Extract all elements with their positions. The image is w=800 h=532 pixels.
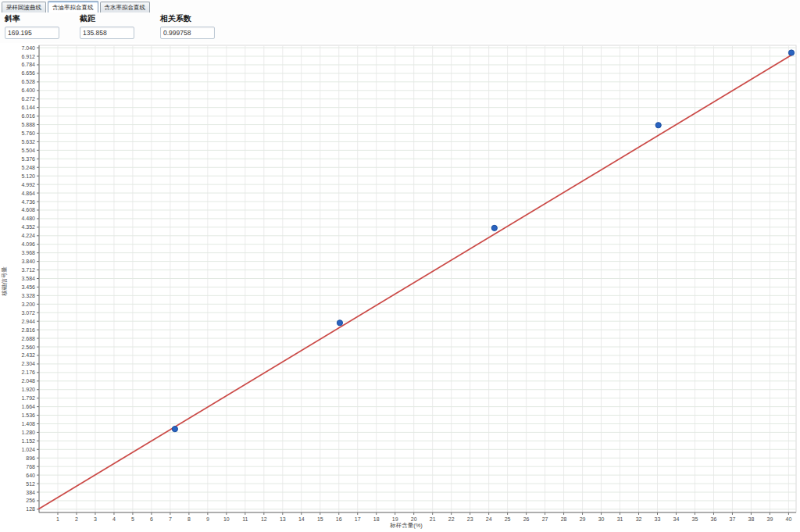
slope-group: 斜率 [5, 13, 59, 39]
y-tick-label: 6.272 [21, 96, 35, 102]
data-point [172, 427, 177, 432]
y-tick-label: 6.400 [21, 87, 35, 93]
y-tick-label: 3.584 [21, 276, 35, 281]
y-tick-label: 6.784 [21, 62, 35, 67]
slope-field[interactable] [5, 27, 59, 39]
x-tick-label: 22 [448, 516, 455, 522]
x-tick-label: 10 [223, 516, 230, 522]
tab-echo-curve[interactable]: 采样回波曲线 [2, 2, 46, 12]
x-tick-label: 33 [655, 516, 661, 522]
y-tick-label: 6.528 [21, 79, 35, 84]
x-tick-label: 29 [580, 516, 586, 522]
y-tick-label: 6.016 [21, 113, 35, 119]
x-tick-label: 1 [56, 516, 59, 522]
x-tick-label: 12 [261, 516, 267, 522]
x-tick-label: 39 [767, 516, 773, 522]
x-tick-label: 35 [692, 516, 698, 522]
x-axis-title: 标样含量(%) [389, 522, 423, 529]
y-tick-label: 1.536 [21, 412, 35, 418]
y-tick-label: 3.200 [21, 302, 35, 307]
intercept-field[interactable] [80, 27, 134, 39]
x-tick-label: 20 [411, 516, 417, 522]
app-window: 采样回波曲线 含油率拟合直线 含水率拟合直线 斜率 截距 相关系数 123456… [0, 0, 800, 532]
y-tick-label: 6.144 [21, 105, 35, 110]
x-tick-label: 23 [467, 516, 473, 522]
correlation-label: 相关系数 [160, 13, 215, 24]
y-tick-label: 2.688 [21, 336, 35, 341]
y-tick-label: 1.152 [21, 438, 35, 444]
tab-strip: 采样回波曲线 含油率拟合直线 含水率拟合直线 [2, 1, 150, 12]
x-tick-label: 36 [711, 516, 717, 522]
x-tick-label: 25 [505, 516, 511, 522]
y-tick-label: 3.840 [21, 259, 35, 264]
x-tick-label: 34 [673, 516, 680, 522]
y-tick-label: 5.504 [21, 148, 35, 153]
chart-svg: 1234567891011121314151617181920212223242… [0, 43, 800, 532]
y-tick-label: 1.408 [21, 421, 35, 427]
tab-oil-fit-line[interactable]: 含油率拟合直线 [48, 1, 98, 12]
calibration-chart: 1234567891011121314151617181920212223242… [0, 43, 800, 532]
x-tick-label: 19 [392, 516, 398, 522]
x-tick-label: 4 [112, 516, 116, 522]
x-tick-label: 24 [486, 516, 492, 522]
plot-area [39, 45, 796, 512]
x-tick-label: 40 [786, 516, 792, 522]
y-tick-label: 4.992 [21, 182, 35, 187]
intercept-label: 截距 [80, 13, 134, 24]
x-tick-label: 5 [131, 516, 134, 522]
x-tick-label: 26 [523, 516, 530, 522]
y-axis-title: 核磁信号量 [1, 266, 8, 297]
y-tick-label: 2.944 [21, 319, 35, 324]
y-tick-label: 4.736 [21, 199, 35, 205]
y-tick-label: 2.176 [21, 370, 35, 375]
y-tick-label: 5.632 [21, 139, 35, 145]
slope-label: 斜率 [5, 13, 59, 24]
x-tick-label: 7 [169, 516, 172, 522]
x-tick-label: 14 [298, 516, 305, 522]
y-tick-label: 2.304 [21, 361, 35, 366]
x-tick-label: 3 [94, 516, 97, 522]
y-tick-label: 4.352 [21, 224, 35, 230]
x-tick-label: 31 [617, 516, 623, 522]
y-tick-label: 3.328 [21, 293, 35, 298]
data-point [337, 320, 342, 326]
x-tick-label: 18 [373, 516, 380, 522]
y-tick-label: 5.376 [21, 156, 35, 162]
y-tick-label: 1.664 [21, 404, 35, 409]
y-tick-label: 3.712 [21, 267, 35, 273]
x-tick-label: 37 [730, 516, 736, 522]
data-point [655, 123, 661, 128]
intercept-group: 截距 [80, 13, 134, 39]
tab-water-fit-line[interactable]: 含水率拟合直线 [100, 2, 151, 12]
x-tick-label: 17 [355, 516, 361, 522]
y-tick-label: 4.608 [21, 207, 35, 212]
data-point [491, 225, 497, 230]
x-tick-label: 21 [430, 516, 436, 522]
y-tick-label: 1.024 [21, 447, 35, 452]
x-tick-label: 28 [561, 516, 567, 522]
y-tick-label: 640 [26, 473, 35, 478]
correlation-field[interactable] [160, 27, 215, 39]
y-tick-label: 1.920 [21, 387, 35, 392]
x-tick-label: 30 [598, 516, 605, 522]
y-tick-label: 5.248 [21, 165, 35, 170]
y-tick-label: 768 [26, 464, 35, 470]
x-tick-label: 38 [748, 516, 755, 522]
y-tick-label: 5.760 [21, 130, 35, 136]
y-tick-label: 6.912 [21, 54, 35, 59]
x-tick-label: 16 [336, 516, 342, 522]
x-tick-label: 8 [188, 516, 191, 522]
y-tick-label: 2.048 [21, 378, 35, 384]
y-tick-label: 7.040 [21, 45, 35, 51]
y-tick-label: 1.792 [21, 395, 35, 401]
y-tick-label: 5.120 [21, 173, 35, 179]
x-tick-label: 11 [242, 516, 248, 522]
y-tick-label: 384 [26, 490, 35, 495]
y-tick-label: 4.096 [21, 241, 35, 247]
y-tick-label: 896 [26, 455, 35, 461]
x-tick-label: 6 [150, 516, 153, 522]
x-tick-label: 15 [317, 516, 323, 522]
x-tick-label: 2 [75, 516, 78, 522]
y-tick-label: 3.456 [21, 284, 35, 290]
x-tick-label: 9 [206, 516, 209, 522]
